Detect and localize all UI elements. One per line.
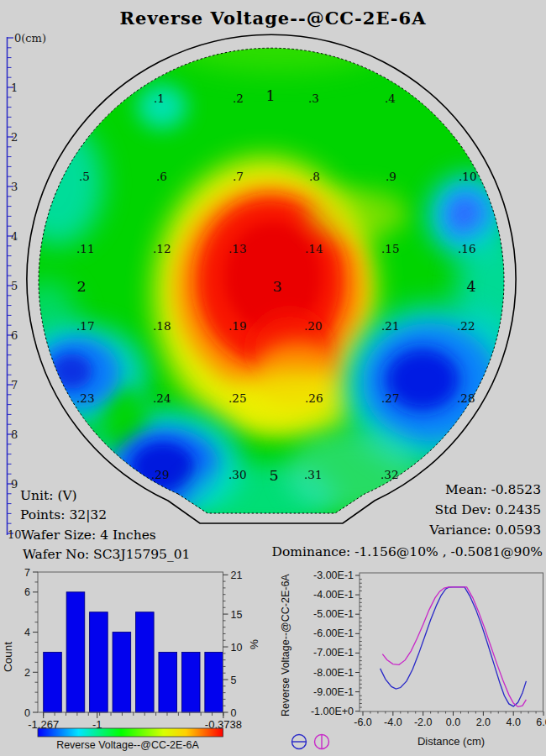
percent-tick-label: 5	[231, 675, 237, 686]
profile-ylabel: Reverse Voltage--@CC-2E-6A	[280, 574, 291, 717]
wafer-point-label: .29	[151, 468, 169, 481]
ruler-label: 0(cm)	[14, 32, 46, 45]
orientation-mark: 2	[76, 278, 86, 295]
ruler-label: 7	[11, 379, 18, 391]
wafer-point-label: .28	[457, 391, 475, 405]
wafer-point-label: .23	[76, 391, 94, 405]
wafer-point-label: .27	[381, 391, 399, 405]
heat-blob	[131, 442, 195, 492]
wafer-point-label: .18	[153, 319, 171, 333]
ruler-label: 10	[8, 528, 22, 541]
hist-bar	[90, 612, 108, 712]
profile-plot-border	[360, 573, 543, 711]
vertical-profile-icon[interactable]	[315, 735, 329, 749]
profile-xlabel: Distance (cm)	[417, 735, 485, 748]
x-tick-label: -4.0	[384, 717, 402, 728]
x-tick-label: -6.0	[354, 717, 372, 728]
percent-tick-label: 0	[231, 707, 237, 719]
wafer-point-label: .2	[233, 92, 244, 105]
wafer-point-label: .31	[304, 468, 322, 481]
stat-mean: Mean: -0.8523	[445, 482, 541, 497]
wafer-point-label: .16	[458, 242, 475, 255]
ruler-label: 8	[11, 428, 18, 441]
heat-blob	[233, 368, 359, 435]
wafer-point-label: .24	[153, 391, 171, 405]
ruler-label: 2	[11, 131, 18, 144]
wafer-point-label: .8	[309, 170, 320, 183]
profile-chart: -3.00E-1-4.00E-1-5.00E-1-6.00E-1-7.00E-1…	[269, 563, 546, 756]
y-tick-label: -7.00E-1	[313, 647, 354, 659]
wafer-point-label: .5	[79, 170, 90, 183]
y-tick-label: 0	[24, 707, 30, 719]
wafer-point-label: .14	[305, 242, 323, 255]
x-tick-label: 4.0	[507, 717, 521, 728]
hist-bar	[44, 652, 62, 712]
wafer-point-label: .3	[308, 92, 319, 105]
y-tick-label: -5.00E-1	[313, 608, 354, 620]
ruler-label: 1	[11, 81, 18, 94]
horizontal-profile-curve	[381, 587, 527, 706]
y-tick-label: -1.00E+0	[311, 706, 354, 717]
y-tick-label: 4	[24, 627, 30, 638]
ruler-label: 5	[11, 280, 18, 292]
hist-bar	[159, 652, 177, 712]
ruler-label: 4	[11, 230, 18, 243]
ruler-label: 3	[11, 181, 18, 193]
stat-wafer-no: Wafer No: SC3J15795_01	[23, 547, 190, 562]
heat-blob	[452, 200, 477, 228]
x-tick-label: 2.0	[476, 717, 491, 728]
heat-blob	[168, 15, 386, 72]
x-tick-label: -2.0	[414, 717, 433, 728]
horizontal-profile-icon[interactable]	[292, 735, 307, 749]
y-tick-label: -9.00E-1	[313, 686, 354, 698]
wafer-point-label: .30	[228, 468, 246, 481]
wafer-point-label: .4	[385, 92, 396, 105]
wafer-point-label: .11	[76, 242, 94, 255]
ruler-label: 6	[11, 329, 18, 342]
y-tick-label: 6	[24, 586, 30, 598]
wafer-point-label: .7	[233, 170, 244, 183]
stat-dominance: Dominance: -1.156@10% , -0.5081@90%	[272, 544, 543, 559]
stat-unit: Unit: (V)	[20, 488, 77, 503]
y-tick-label: 2	[24, 667, 30, 679]
wafer-point-label: .19	[228, 319, 246, 333]
orientation-mark: 5	[269, 467, 278, 484]
wafer-point-label: .25	[228, 391, 246, 405]
y-tick-label: -3.00E-1	[313, 570, 354, 581]
y-tick-label: -8.00E-1	[313, 667, 354, 679]
wafer-point-label: .12	[153, 242, 171, 255]
wafer-point-label: .26	[305, 391, 323, 405]
wafer-point-label: .32	[381, 468, 398, 481]
hist-percent-label: %	[248, 639, 260, 649]
percent-tick-label: 21	[231, 570, 243, 581]
y-tick-label: -4.00E-1	[313, 589, 354, 601]
stat-wafer-size: Wafer Size: 4 Inches	[21, 528, 156, 543]
wafer-point-label: .17	[76, 319, 94, 333]
y-tick-label: 7	[24, 567, 30, 579]
wafer-point-label: .21	[381, 319, 399, 333]
stat-points: Points: 32|32	[20, 507, 107, 522]
wafer-point-label: .1	[154, 92, 165, 105]
histogram-chart: 0246705101521-1.267-1-0.3738 Count % Rev…	[0, 563, 269, 756]
hist-bar	[205, 652, 223, 712]
colorbar	[38, 728, 223, 737]
ruler-label: 9	[11, 478, 18, 491]
wafer-point-label: .22	[457, 319, 475, 333]
wafer-point-label: .15	[381, 242, 399, 255]
orientation-mark: 1	[265, 87, 275, 104]
heat-blob	[307, 189, 407, 239]
colorbar-label: Reverse Voltage--@CC-2E-6A	[56, 739, 199, 751]
hist-bar	[66, 592, 85, 712]
orientation-mark: 3	[272, 278, 281, 295]
percent-tick-label: 15	[231, 609, 243, 621]
y-tick-label: -6.00E-1	[313, 627, 354, 639]
wafer-point-label: .6	[156, 170, 167, 183]
wafer-point-label: .20	[304, 319, 322, 333]
wafer-point-label: .10	[459, 170, 476, 183]
x-tick-label: 6.0	[536, 717, 546, 728]
hist-bar	[136, 612, 155, 712]
wafer-point-label: .9	[386, 170, 396, 183]
heat-blob	[11, 120, 103, 246]
wafer-point-label: .13	[228, 242, 246, 255]
hist-ylabel: Count	[2, 642, 14, 672]
